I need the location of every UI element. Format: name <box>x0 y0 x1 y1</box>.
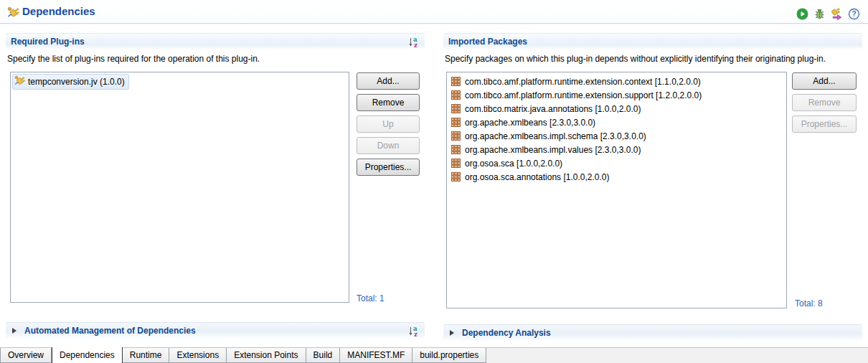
required-plugins-buttons: Add... Remove Up Down Properties... <box>357 72 420 180</box>
automated-management-title: Automated Management of Dependencies <box>24 326 196 336</box>
editor-tab-bar: Overview Dependencies Runtime Extensions… <box>0 347 868 363</box>
package-item-label: org.apache.xmlbeans [2.3.0,3.0.0) <box>465 118 595 128</box>
package-icon <box>451 131 461 141</box>
imported-packages-total: Total: 8 <box>795 298 823 308</box>
imported-packages-section-header: Imported Packages <box>443 33 862 50</box>
remove-button[interactable]: Remove <box>792 94 857 111</box>
package-icon <box>451 159 461 168</box>
sort-az-icon[interactable]: a z <box>408 36 420 48</box>
up-button[interactable]: Up <box>357 116 420 133</box>
required-plugins-total: Total: 1 <box>357 293 385 303</box>
help-icon[interactable]: ? <box>848 8 860 20</box>
tab-dependencies[interactable]: Dependencies <box>52 347 123 363</box>
required-plugins-list[interactable]: tempconversion.jv (1.0.0) <box>10 72 349 303</box>
tab-build[interactable]: Build <box>306 348 341 363</box>
imported-packages-title: Imported Packages <box>448 37 527 47</box>
list-item-package[interactable]: org.apache.xmlbeans.impl.values [2.3.0,3… <box>447 143 786 156</box>
debug-icon[interactable] <box>813 8 826 20</box>
package-item-label: org.osoa.sca.annotations [1.0.0,2.0.0) <box>465 172 609 182</box>
package-item-label: com.tibco.amf.platform.runtime.extension… <box>465 90 702 100</box>
form-header: Dependencies <box>0 0 868 24</box>
svg-text:?: ? <box>852 10 856 18</box>
chevron-right-icon[interactable] <box>450 330 454 336</box>
imported-packages-description: Specify packages on which this plug-in d… <box>445 54 862 64</box>
list-item-package[interactable]: org.osoa.sca [1.0.0,2.0.0) <box>447 156 786 170</box>
plugin-manifest-icon <box>7 6 19 19</box>
plugin-icon <box>14 75 25 88</box>
package-item-label: org.apache.xmlbeans.impl.values [2.3.0,3… <box>465 145 641 155</box>
package-icon <box>451 172 461 182</box>
tab-overview[interactable]: Overview <box>0 348 52 363</box>
package-item-label: com.tibco.amf.platform.runtime.extension… <box>465 77 701 87</box>
package-icon <box>451 77 461 86</box>
required-plugins-description: Specify the list of plug-ins required fo… <box>7 54 420 64</box>
package-icon <box>451 104 461 113</box>
dependency-analysis-title: Dependency Analysis <box>462 328 551 338</box>
export-plugin-icon[interactable] <box>831 8 843 20</box>
required-plugins-title: Required Plug-ins <box>11 37 85 47</box>
remove-button[interactable]: Remove <box>357 94 420 111</box>
required-plugins-section-header: Required Plug-ins a z <box>6 33 425 50</box>
package-icon <box>451 90 461 100</box>
package-item-label: org.apache.xmlbeans.impl.schema [2.3.0,3… <box>465 131 646 141</box>
tab-manifest-mf[interactable]: MANIFEST.MF <box>340 348 412 363</box>
page-title: Dependencies <box>22 5 95 17</box>
list-item-package[interactable]: com.tibco.amf.platform.runtime.extension… <box>447 88 786 102</box>
list-item-package[interactable]: org.apache.xmlbeans [2.3.0,3.0.0) <box>447 116 786 129</box>
add-button[interactable]: Add... <box>357 72 420 90</box>
chevron-right-icon[interactable] <box>12 328 16 334</box>
package-item-label: com.tibco.matrix.java.annotations [1.0.0… <box>465 104 641 114</box>
tab-extensions[interactable]: Extensions <box>169 348 227 363</box>
svg-text:z: z <box>414 331 418 338</box>
list-item-package[interactable]: com.tibco.amf.platform.runtime.extension… <box>447 75 786 88</box>
package-item-label: org.osoa.sca [1.0.0,2.0.0) <box>465 159 562 169</box>
list-item-package[interactable]: com.tibco.matrix.java.annotations [1.0.0… <box>447 102 786 116</box>
sort-az-icon[interactable]: a z <box>408 325 420 337</box>
tab-runtime[interactable]: Runtime <box>123 348 170 363</box>
tab-build-properties[interactable]: build.properties <box>412 348 486 363</box>
properties-button[interactable]: Properties... <box>357 159 420 176</box>
add-button[interactable]: Add... <box>792 72 857 90</box>
run-icon[interactable] <box>796 8 808 20</box>
imported-packages-list[interactable]: com.tibco.amf.platform.runtime.extension… <box>446 72 787 308</box>
automated-management-section[interactable]: Automated Management of Dependencies a z <box>6 322 425 339</box>
down-button[interactable]: Down <box>357 137 420 154</box>
list-item-package[interactable]: org.osoa.sca.annotations [1.0.0,2.0.0) <box>447 170 786 184</box>
properties-button[interactable]: Properties... <box>792 116 857 133</box>
list-item-plugin[interactable]: tempconversion.jv (1.0.0) <box>12 74 129 90</box>
package-icon <box>451 145 461 154</box>
svg-text:z: z <box>414 42 418 49</box>
package-icon <box>451 118 461 127</box>
imported-packages-buttons: Add... Remove Properties... <box>792 72 857 137</box>
header-toolbar: ? <box>796 8 860 20</box>
plugin-item-label: tempconversion.jv (1.0.0) <box>28 77 125 87</box>
list-item-package[interactable]: org.apache.xmlbeans.impl.schema [2.3.0,3… <box>447 129 786 143</box>
dependency-analysis-section[interactable]: Dependency Analysis <box>443 324 862 341</box>
tab-extension-points[interactable]: Extension Points <box>227 348 306 363</box>
